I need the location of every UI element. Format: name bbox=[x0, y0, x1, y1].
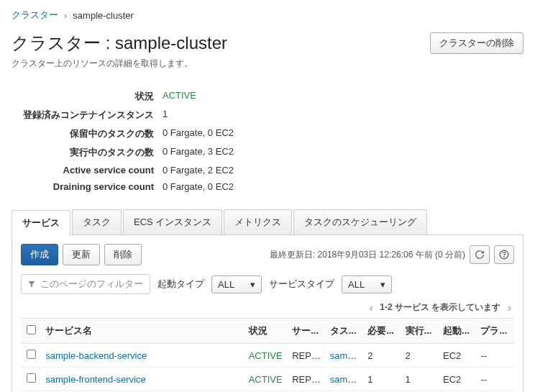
update-button[interactable]: 更新 bbox=[63, 244, 100, 265]
row-checkbox[interactable] bbox=[27, 350, 36, 359]
service-type-cell: REPLI... bbox=[288, 368, 325, 391]
tab-メトリクス[interactable]: メトリクス bbox=[224, 209, 292, 234]
launch-cell: EC2 bbox=[439, 344, 476, 368]
table-row: sample-backend-serviceACTIVEREPLI...samp… bbox=[21, 344, 514, 368]
service-type-value: ALL bbox=[348, 279, 365, 290]
column-header[interactable]: サー... bbox=[288, 319, 325, 344]
task-def-link[interactable]: sampl... bbox=[330, 350, 363, 361]
service-link[interactable]: sample-frontend-service bbox=[45, 374, 145, 385]
status-cell: ACTIVE bbox=[244, 368, 288, 391]
column-header[interactable]: サービス名 bbox=[41, 319, 244, 344]
info-label: Draining service count bbox=[12, 181, 163, 192]
info-value: 0 Fargate, 2 EC2 bbox=[163, 165, 234, 176]
tabs: サービスタスクECS インスタンスメトリクスタスクのスケジューリング bbox=[12, 209, 523, 235]
service-type-select[interactable]: ALL ▾ bbox=[342, 275, 392, 293]
service-link[interactable]: sample-backend-service bbox=[45, 350, 147, 361]
launch-type-select[interactable]: ALL ▾ bbox=[211, 275, 262, 293]
breadcrumb: クラスター › sample-cluster bbox=[12, 9, 523, 22]
caret-down-icon: ▾ bbox=[380, 279, 385, 290]
status-value: ACTIVE bbox=[163, 90, 196, 103]
info-label: 登録済みコンテナインスタンス bbox=[12, 109, 163, 122]
column-header[interactable]: 状況 bbox=[244, 319, 288, 344]
services-panel: 作成 更新 削除 最終更新日: 2018年9月03日 12:26:06 午前 (… bbox=[12, 235, 523, 392]
filter-input[interactable]: このページのフィルター bbox=[21, 274, 150, 294]
info-row: Draining service count0 Fargate, 0 EC2 bbox=[12, 178, 523, 195]
breadcrumb-root-link[interactable]: クラスター bbox=[12, 9, 58, 22]
delete-cluster-button[interactable]: クラスターの削除 bbox=[430, 32, 523, 54]
create-button[interactable]: 作成 bbox=[21, 244, 58, 265]
info-label: 実行中のタスクの数 bbox=[12, 146, 163, 159]
help-icon bbox=[499, 250, 509, 260]
help-button[interactable] bbox=[494, 245, 514, 264]
column-header[interactable]: 必要... bbox=[363, 319, 401, 344]
launch-cell: EC2 bbox=[439, 368, 476, 391]
task-def-link[interactable]: sampl... bbox=[330, 374, 363, 385]
info-row: 登録済みコンテナインスタンス1 bbox=[12, 106, 523, 124]
pager-next[interactable]: › bbox=[505, 302, 514, 314]
breadcrumb-current: sample-cluster bbox=[73, 10, 134, 21]
info-label: 保留中のタスクの数 bbox=[12, 127, 163, 140]
desired-cell: 2 bbox=[363, 344, 401, 368]
info-value: 0 Fargate, 0 EC2 bbox=[163, 127, 234, 140]
column-header[interactable]: タス... bbox=[326, 319, 363, 344]
refresh-button[interactable] bbox=[470, 245, 490, 264]
desired-cell: 1 bbox=[363, 368, 401, 391]
row-checkbox[interactable] bbox=[27, 373, 36, 383]
filter-icon bbox=[27, 280, 36, 288]
service-type-label: サービスタイプ bbox=[269, 278, 334, 291]
info-label: Active service count bbox=[12, 165, 163, 176]
launch-type-value: ALL bbox=[218, 279, 234, 290]
caret-down-icon: ▾ bbox=[250, 279, 255, 290]
tab-タスクのスケジューリング[interactable]: タスクのスケジューリング bbox=[293, 209, 427, 234]
breadcrumb-separator: › bbox=[64, 10, 67, 21]
page-title: クラスター : sample-cluster bbox=[12, 32, 227, 55]
pager-prev[interactable]: ‹ bbox=[367, 302, 376, 314]
svg-point-1 bbox=[504, 257, 505, 257]
services-table: サービス名状況サー...タス...必要...実行...起動...プラ... sa… bbox=[21, 318, 514, 391]
tab-ECS インスタンス[interactable]: ECS インスタンス bbox=[123, 209, 222, 234]
info-label: 状況 bbox=[12, 90, 163, 103]
column-header[interactable]: 起動... bbox=[439, 319, 476, 344]
cluster-info: 状況ACTIVE登録済みコンテナインスタンス1保留中のタスクの数0 Fargat… bbox=[12, 87, 523, 195]
launch-type-label: 起動タイプ bbox=[157, 278, 204, 291]
info-row: 保留中のタスクの数0 Fargate, 0 EC2 bbox=[12, 124, 523, 143]
refresh-icon bbox=[475, 250, 485, 260]
service-type-cell: REPLI... bbox=[288, 344, 325, 368]
info-row: 状況ACTIVE bbox=[12, 87, 523, 106]
column-header[interactable]: 実行... bbox=[401, 319, 439, 344]
filter-placeholder: このページのフィルター bbox=[40, 278, 143, 291]
platform-cell: -- bbox=[476, 368, 514, 391]
status-cell: ACTIVE bbox=[244, 344, 288, 368]
running-cell: 1 bbox=[401, 368, 439, 391]
info-value: 0 Fargate, 0 EC2 bbox=[163, 181, 234, 192]
info-value: 1 bbox=[163, 109, 168, 122]
select-all-checkbox[interactable] bbox=[27, 325, 36, 334]
info-row: 実行中のタスクの数0 Fargate, 3 EC2 bbox=[12, 143, 523, 162]
info-row: Active service count0 Fargate, 2 EC2 bbox=[12, 162, 523, 178]
table-row: sample-frontend-serviceACTIVEREPLI...sam… bbox=[21, 368, 514, 391]
platform-cell: -- bbox=[476, 344, 514, 368]
tab-タスク[interactable]: タスク bbox=[72, 209, 122, 234]
last-updated-text: 最終更新日: 2018年9月03日 12:26:06 午前 (0 分前) bbox=[270, 249, 465, 261]
running-cell: 2 bbox=[401, 344, 439, 368]
info-value: 0 Fargate, 3 EC2 bbox=[163, 146, 234, 159]
page-subtitle: クラスター上のリソースの詳細を取得します。 bbox=[12, 58, 523, 70]
pager-text: 1-2 サービス を表示しています bbox=[380, 301, 500, 314]
column-header[interactable]: プラ... bbox=[476, 319, 514, 344]
delete-button[interactable]: 削除 bbox=[104, 244, 142, 265]
tab-サービス[interactable]: サービス bbox=[12, 210, 70, 235]
